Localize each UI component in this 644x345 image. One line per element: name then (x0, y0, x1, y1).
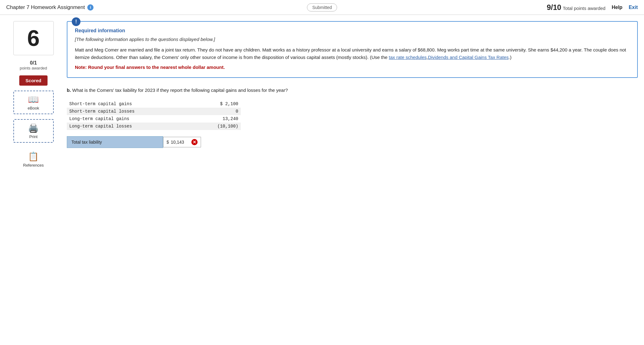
points-box: 0/1 points awarded (20, 60, 47, 70)
references-tool[interactable]: 📋 References (13, 148, 54, 171)
table-row: Short-term capital losses0 (67, 108, 241, 115)
info-box-body: Matt and Meg Comer are married and file … (75, 46, 630, 71)
sidebar: 6 0/1 points awarded Scored 📖 eBook 🖨️ P… (6, 21, 61, 171)
info-box-icon: ! (72, 17, 80, 26)
submitted-badge: Submitted (307, 3, 337, 11)
question-label: b. (67, 87, 71, 93)
cg-label: Short-term capital gains (67, 101, 203, 106)
print-label: Print (16, 134, 51, 139)
total-tax-value: 10,143 (171, 140, 190, 145)
scored-button[interactable]: Scored (19, 75, 48, 86)
print-icon: 🖨️ (16, 123, 51, 133)
cg-value: 0 (203, 109, 241, 114)
cg-value: (10,100) (203, 124, 241, 129)
main-layout: 6 0/1 points awarded Scored 📖 eBook 🖨️ P… (0, 15, 644, 177)
info-icon[interactable]: i (87, 4, 94, 11)
references-icon: 📋 (16, 151, 51, 162)
header: Chapter 7 Homework Assignment i Submitte… (0, 0, 644, 15)
cg-label: Short-term capital losses (67, 109, 203, 114)
table-row: Short-term capital gains$ 2,100 (67, 100, 241, 108)
content-area: ! Required information [The following in… (61, 21, 638, 171)
exit-button[interactable]: Exit (629, 5, 638, 10)
info-box-title: Required information (75, 28, 630, 34)
table-row: Long-term capital gains13,240 (67, 115, 241, 123)
page-title: Chapter 7 Homework Assignment (6, 4, 85, 11)
points-fraction: 0/1 (20, 60, 47, 66)
question-text: b. What is the Comers' tax liability for… (67, 87, 638, 94)
help-button[interactable]: Help (612, 5, 623, 10)
total-tax-row: Total tax liability $ 10,143 ✕ (67, 136, 222, 148)
points-text: points awarded (20, 66, 47, 70)
info-box-note: Note: Round your final answers to the ne… (75, 64, 630, 71)
print-tool[interactable]: 🖨️ Print (13, 119, 54, 143)
total-tax-input-box: $ 10,143 ✕ (163, 137, 201, 147)
total-tax-label: Total tax liability (67, 136, 163, 148)
question-number: 6 (27, 25, 39, 51)
cg-label: Long-term capital gains (67, 116, 203, 121)
points-awarded: 9/10 Total points awarded (547, 3, 605, 12)
info-box-subtitle: [The following information applies to th… (75, 37, 630, 42)
cg-value: $ 2,100 (203, 101, 241, 106)
capital-gains-tax-rates-link[interactable]: Dividends and Capital Gains Tax Rates (428, 55, 509, 60)
table-row: Long-term capital losses(10,100) (67, 123, 241, 130)
ebook-icon: 📖 (16, 94, 51, 105)
capital-gains-table: Short-term capital gains$ 2,100Short-ter… (67, 100, 241, 130)
error-icon[interactable]: ✕ (191, 139, 198, 145)
tax-rate-schedules-link[interactable]: tax rate schedules (389, 55, 427, 60)
question-number-box: 6 (13, 21, 54, 55)
ebook-label: eBook (16, 106, 51, 110)
references-label: References (16, 163, 51, 168)
info-box: ! Required information [The following in… (67, 21, 638, 78)
ebook-tool[interactable]: 📖 eBook (13, 91, 54, 114)
cg-label: Long-term capital losses (67, 124, 203, 129)
cg-value: 13,240 (203, 116, 241, 121)
dollar-sign: $ (167, 140, 169, 145)
